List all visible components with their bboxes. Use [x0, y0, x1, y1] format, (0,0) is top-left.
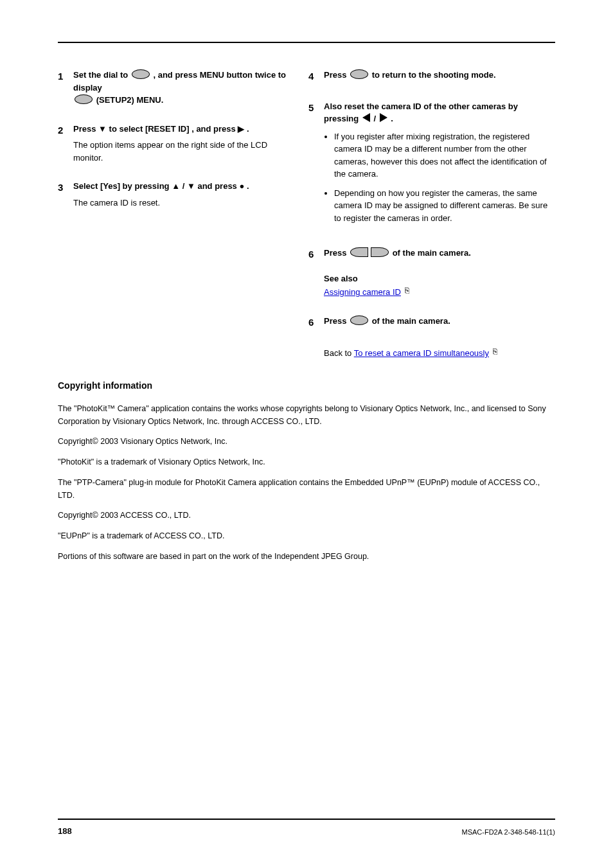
step-3-text-b: / [182, 181, 185, 191]
step-2-text-b: to select [109, 124, 145, 134]
up-triangle-icon: ▲ [172, 181, 180, 191]
bottom-horizontal-rule [58, 819, 555, 820]
step-2-reset-id: [RESET ID] [145, 124, 190, 134]
step-2-number: 2 [58, 123, 73, 164]
step-6-text-b: of the main camera. [393, 248, 471, 258]
right-triangle-icon: ▶ [238, 124, 244, 134]
step-6b-number: 6 [308, 315, 324, 330]
step-5-note-2: Depending on how you register the camera… [334, 187, 553, 225]
step-5-note-1: If you register after mixing registratio… [334, 130, 553, 181]
step-2-explain: The option items appear on the right sid… [73, 139, 296, 164]
down-triangle-icon: ▼ [98, 124, 107, 134]
step-3: 3 Select [Yes] by pressing ▲ / ▼ and pre… [58, 180, 296, 209]
ok-button-icon: ● [239, 181, 244, 191]
step-5-text-b: / [373, 114, 376, 123]
see-also-label: See also [324, 274, 358, 283]
copyright-p3: "PhotoKit" is a trademark of Visionary O… [58, 456, 555, 468]
step-5: 5 Also reset the camera ID of the other … [308, 100, 553, 231]
link-marker-icon-2: ⎘ [493, 346, 497, 357]
copyright-section: Copyright information The "PhotoKit™ Cam… [58, 379, 555, 563]
step-5-text-a: Also reset the camera ID of the other ca… [324, 102, 518, 124]
step-1: 1 Set the dial to , and press MENU butto… [58, 69, 296, 107]
step-6-text-a: Press [324, 248, 349, 258]
step-5-number: 5 [308, 100, 324, 231]
left-half-pill-icon [350, 247, 368, 257]
step-4-text-b: to return to the shooting mode. [372, 70, 496, 80]
step-1-text-c: (SETUP2) MENU. [96, 95, 164, 105]
copyright-p4: The "PTP-Camera" plug-in module for Phot… [58, 477, 555, 502]
step-5-text-c: . [391, 114, 393, 123]
page-number: 188 [58, 826, 72, 836]
step-4-text-a: Press [324, 70, 349, 80]
footer-right-text: MSAC-FD2A 2-348-548-11(1) [461, 828, 555, 836]
step-6b-text-a: Press [324, 316, 349, 326]
step-2-text-c: , and press [191, 124, 238, 134]
link-marker-icon-1: ⎘ [405, 285, 409, 296]
back-to-prefix: Back to [324, 348, 354, 358]
right-triangle-icon-2 [380, 113, 387, 122]
step-2: 2 Press ▼ to select [RESET ID] , and pre… [58, 123, 296, 164]
copyright-p1: The "PhotoKit™ Camera" application conta… [58, 403, 555, 428]
step-3-text-c: and press [197, 181, 239, 191]
right-half-pill-icon [371, 247, 389, 257]
copyright-p7: Portions of this software are based in p… [58, 551, 555, 563]
set-dial-icon [132, 69, 150, 79]
see-also-link[interactable]: Assigning camera ID [324, 287, 401, 297]
step-2-text-a: Press [73, 124, 98, 134]
step-6b: 6 Press of the main camera. [308, 315, 553, 330]
step-3-text-d: . [247, 181, 249, 191]
step-3-explain: The camera ID is reset. [73, 197, 296, 209]
step-4-number: 4 [308, 69, 324, 84]
step-1-number: 1 [58, 69, 73, 107]
step-6: 6 Press of the main camera. See also Ass… [308, 247, 553, 299]
back-to-link[interactable]: To reset a camera ID simultaneously [354, 348, 489, 358]
copyright-heading: Copyright information [58, 379, 555, 393]
shooting-mode-icon [350, 69, 368, 79]
step-6-number: 6 [308, 247, 324, 299]
step-3-number: 3 [58, 180, 73, 209]
step-2-text-d: . [247, 124, 249, 134]
copyright-p6: "EUPnP" is a trademark of ACCESS CO., LT… [58, 530, 555, 542]
step-4: 4 Press to return to the shooting mode. [308, 69, 553, 84]
step-3-text-a: Select [Yes] by pressing [73, 181, 172, 191]
spanner-icon [75, 94, 93, 104]
top-horizontal-rule [58, 42, 555, 43]
copyright-p5: Copyright© 2003 ACCESS CO., LTD. [58, 509, 555, 522]
ok-button-icon-2 [350, 315, 368, 325]
back-to-note: Back to To reset a camera ID simultaneou… [324, 346, 553, 360]
left-triangle-icon [362, 113, 370, 122]
down-triangle-icon-2: ▼ [187, 181, 195, 191]
step-1-text-a: Set the dial to [73, 70, 130, 80]
copyright-p2: Copyright© 2003 Visionary Optics Network… [58, 436, 555, 448]
step-6b-text-b: of the main camera. [372, 316, 450, 326]
